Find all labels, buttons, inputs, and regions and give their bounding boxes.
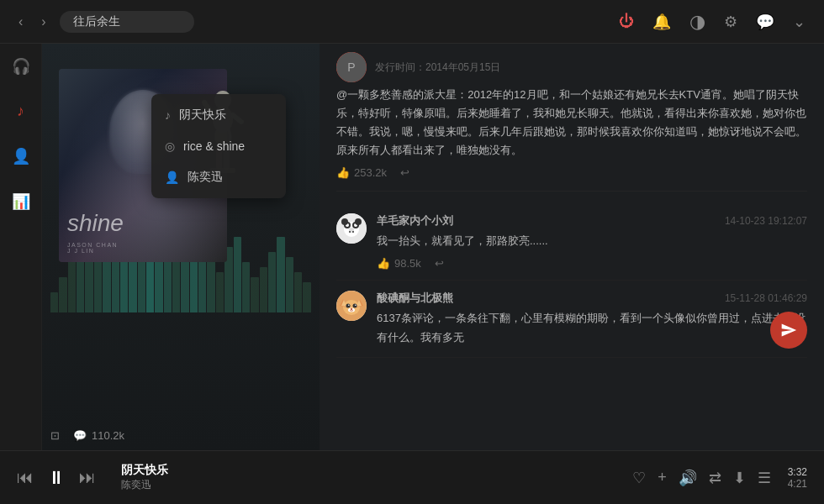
album-area: shine JASON CHAN J J LIN bbox=[42, 44, 320, 312]
sidebar-headphone-icon[interactable]: 🎧 bbox=[7, 52, 35, 81]
reply-button-0[interactable]: ↩ bbox=[435, 257, 444, 270]
music-note-icon: ♪ bbox=[165, 108, 171, 122]
top-comment: P 发行时间：2014年05月15日 @一颗多愁善感的派大星：2012年的12月… bbox=[336, 52, 807, 192]
forward-button[interactable]: › bbox=[36, 11, 50, 33]
album-icon: ◎ bbox=[165, 139, 175, 153]
thumb-up-icon: 👍 bbox=[336, 166, 350, 179]
sidebar-music-icon[interactable]: ♪ bbox=[12, 97, 29, 125]
back-button[interactable]: ‹ bbox=[13, 11, 28, 33]
pause-button[interactable]: ⏸ bbox=[47, 467, 66, 489]
comment-content-1: 酸碘酮与北极熊 15-11-28 01:46:29 6137条评论，一条条往下翻… bbox=[377, 291, 807, 346]
dropdown-song-label: 阴天快乐 bbox=[179, 108, 226, 123]
reply-icon-0: ↩ bbox=[435, 257, 444, 270]
playlist-button[interactable]: ☰ bbox=[758, 469, 771, 487]
search-input[interactable] bbox=[60, 11, 194, 33]
right-panel[interactable]: P 发行时间：2014年05月15日 @一颗多愁善感的派大星：2012年的12月… bbox=[320, 44, 824, 450]
comment-count-label: 110.2k bbox=[92, 429, 124, 442]
share-icon: ⊡ bbox=[50, 429, 60, 442]
svg-point-18 bbox=[352, 231, 354, 233]
track-title: 阴天快乐 bbox=[121, 463, 168, 478]
top-like-button[interactable]: 👍 253.2k bbox=[336, 166, 387, 179]
track-artist: 陈奕迅 bbox=[121, 478, 168, 492]
dropdown-menu: ♪ 阴天快乐 ◎ rice & shine 👤 陈奕迅 bbox=[151, 94, 286, 198]
avatar-icon[interactable]: ◑ bbox=[684, 8, 710, 36]
svg-point-32 bbox=[351, 308, 352, 310]
settings-icon[interactable]: ⚙ bbox=[719, 9, 742, 34]
comment-item-0: 羊毛家内个小刘 14-10-23 19:12:07 我一抬头，就看见了，那路胶亮… bbox=[336, 203, 807, 281]
comment-item-1: 酸碘酮与北极熊 15-11-28 01:46:29 6137条评论，一条条往下翻… bbox=[336, 281, 807, 357]
comment-username-0: 羊毛家内个小刘 bbox=[377, 213, 453, 228]
svg-point-20 bbox=[355, 218, 362, 225]
shuffle-button[interactable]: ⇄ bbox=[709, 469, 721, 487]
svg-text:P: P bbox=[347, 60, 355, 74]
comment-content-0: 羊毛家内个小刘 14-10-23 19:12:07 我一抬头，就看见了，那路胶亮… bbox=[377, 213, 807, 270]
comment-bubble-icon: 💬 bbox=[73, 429, 87, 442]
power-icon[interactable]: ⏻ bbox=[614, 9, 639, 34]
bottom-player: ⏮ ⏸ ⏭ 阴天快乐 陈奕迅 ♡ + 🔊 ⇄ ⬇ ☰ 3:32 4:21 bbox=[0, 450, 824, 504]
svg-point-29 bbox=[348, 305, 350, 307]
prev-button[interactable]: ⏮ bbox=[17, 468, 34, 487]
thumb-icon-0: 👍 bbox=[377, 257, 390, 270]
player-controls: ⏮ ⏸ ⏭ bbox=[17, 467, 96, 489]
player-actions: ♡ + 🔊 ⇄ ⬇ ☰ bbox=[632, 469, 771, 487]
album-text: shine bbox=[67, 210, 124, 237]
dropdown-song-item[interactable]: ♪ 阴天快乐 bbox=[151, 99, 286, 131]
top-comment-text: @一颗多愁善感的派大星：2012年的12月吧，和一个姑娘还有她兄长去KTV通宵。… bbox=[336, 86, 807, 160]
top-like-count: 253.2k bbox=[354, 166, 387, 179]
comment-user-row-1: 酸碘酮与北极熊 15-11-28 01:46:29 bbox=[377, 291, 807, 306]
top-bar: ‹ › ⏻ 🔔 ◑ ⚙ 💬 ⌄ bbox=[0, 0, 824, 44]
comment-count-button[interactable]: 💬 110.2k bbox=[73, 429, 124, 442]
favorite-button[interactable]: ♡ bbox=[632, 469, 646, 487]
person-icon: 👤 bbox=[165, 171, 179, 184]
dropdown-album-item[interactable]: ◎ rice & shine bbox=[151, 131, 286, 161]
comment-section: P 发行时间：2014年05月15日 @一颗多愁善感的派大星：2012年的12月… bbox=[320, 44, 824, 366]
comment-actions-0: 👍 98.5k ↩ bbox=[377, 257, 807, 270]
top-comment-actions: 👍 253.2k ↩ bbox=[336, 166, 807, 179]
svg-point-27 bbox=[346, 304, 351, 308]
top-comment-meta: 发行时间：2014年05月15日 bbox=[375, 60, 807, 75]
total-time: 4:21 bbox=[788, 478, 807, 490]
comment-avatar-1 bbox=[336, 291, 367, 321]
svg-point-17 bbox=[349, 231, 351, 233]
dropdown-album-label: rice & shine bbox=[183, 139, 245, 153]
share-button[interactable]: ⊡ bbox=[50, 429, 60, 442]
send-button[interactable] bbox=[770, 312, 807, 349]
like-button-0[interactable]: 👍 98.5k bbox=[377, 257, 421, 270]
comment-username-1: 酸碘酮与北极熊 bbox=[377, 291, 453, 306]
add-button[interactable]: + bbox=[658, 469, 667, 486]
current-time: 3:32 bbox=[788, 466, 807, 478]
comment-area: ⊡ 💬 110.2k bbox=[50, 429, 124, 442]
dropdown-artist-label: 陈奕迅 bbox=[188, 170, 223, 185]
bell-icon[interactable]: 🔔 bbox=[647, 9, 676, 34]
sidebar: 🎧 ♪ 👤 📊 bbox=[0, 44, 42, 450]
comment-icon[interactable]: 💬 bbox=[751, 9, 779, 34]
comment-text-1: 6137条评论，一条条往下翻，心里有模糊的期盼，看到一个头像似你曾用过，点进去并… bbox=[377, 309, 807, 346]
sidebar-chart-icon[interactable]: 📊 bbox=[7, 187, 35, 216]
send-icon bbox=[780, 322, 797, 339]
comment-text-0: 我一抬头，就看见了，那路胶亮...... bbox=[377, 232, 807, 250]
svg-point-30 bbox=[355, 305, 357, 307]
next-button[interactable]: ⏭ bbox=[79, 468, 96, 487]
download-button[interactable]: ⬇ bbox=[733, 469, 746, 487]
track-info: 阴天快乐 陈奕迅 bbox=[121, 463, 168, 492]
svg-point-19 bbox=[341, 218, 348, 225]
top-reply-button[interactable]: ↩ bbox=[400, 166, 409, 179]
album-author: JASON CHAN J J LIN bbox=[67, 242, 118, 254]
comment-avatar-0 bbox=[336, 213, 367, 244]
comment-time-1: 15-11-28 01:46:29 bbox=[725, 292, 807, 304]
more-icon[interactable]: ⌄ bbox=[788, 9, 811, 34]
svg-point-28 bbox=[353, 304, 357, 308]
sidebar-user-icon[interactable]: 👤 bbox=[7, 142, 35, 171]
main-content: 🎧 ♪ 👤 📊 bbox=[0, 44, 824, 450]
top-comment-avatar: P bbox=[336, 52, 367, 82]
svg-point-22 bbox=[343, 300, 360, 315]
dropdown-artist-item[interactable]: 👤 陈奕迅 bbox=[151, 161, 286, 193]
like-count-0: 98.5k bbox=[394, 257, 421, 270]
comment-time-0: 14-10-23 19:12:07 bbox=[725, 215, 807, 227]
comment-user-row-0: 羊毛家内个小刘 14-10-23 19:12:07 bbox=[377, 213, 807, 228]
time-display: 3:32 4:21 bbox=[788, 466, 807, 490]
reply-icon: ↩ bbox=[400, 166, 409, 179]
left-panel: shine JASON CHAN J J LIN bbox=[42, 44, 320, 450]
volume-button[interactable]: 🔊 bbox=[679, 469, 697, 487]
